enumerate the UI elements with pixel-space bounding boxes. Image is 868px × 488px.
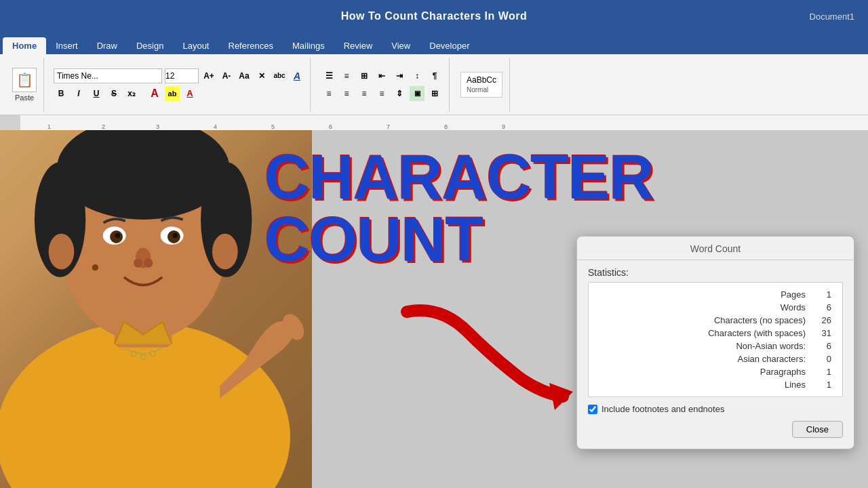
subscript-button[interactable]: x₂ [124,86,139,101]
paste-icon: 📋 [12,68,37,92]
dialog-title: Word Count [577,237,854,260]
svg-point-13 [173,233,178,239]
paste-button[interactable]: 📋 Paste [12,68,37,102]
numbering-button[interactable]: ≡ [339,68,354,83]
decrease-indent-button[interactable]: ⇤ [374,68,389,83]
ruler-mark-8: 8 [444,123,448,130]
red-arrow [387,291,590,427]
svg-point-12 [115,233,121,239]
italic-button[interactable]: I [71,86,86,101]
svg-point-19 [131,351,136,357]
stat-pages: Pages 1 [599,288,831,301]
paste-section: 📋 Paste [5,58,44,112]
ruler-mark-9: 9 [502,123,505,130]
svg-point-15 [134,259,142,268]
stat-chars-with-spaces: Characters (with spaces) 31 [599,327,831,340]
ruler-mark-5: 5 [271,123,275,130]
stat-words: Words 6 [599,301,831,314]
svg-point-20 [140,354,146,360]
align-left-button[interactable]: ≡ [321,86,336,101]
window-title: How To Count Characters In Word [341,10,527,22]
alignment-section: ☰ ≡ ⊞ ⇤ ⇥ ↕ ¶ ≡ ≡ ≡ ≡ ⇕ ▣ ⊞ [315,58,450,112]
svg-point-6 [49,234,75,270]
ruler-left-indent [0,115,20,130]
multilevel-list-button[interactable]: ⊞ [357,68,372,83]
strikethrough-button[interactable]: S [106,86,121,101]
borders-button[interactable]: ⊞ [427,86,442,101]
styles-section: AaBbCcNormal [454,58,510,112]
stats-box: Pages 1 Words 6 Characters (no spaces) 2… [588,282,843,397]
ruler: 1 2 3 4 5 6 7 8 9 [0,115,868,130]
close-row: Close [577,417,854,438]
increase-indent-button[interactable]: ⇥ [392,68,407,83]
tab-home[interactable]: Home [3,37,46,54]
bold-button[interactable]: B [54,86,68,101]
tab-draw[interactable]: Draw [87,37,127,54]
document-label: Document1 [810,12,854,22]
footnotes-checkbox[interactable] [588,405,597,414]
align-right-button[interactable]: ≡ [357,86,372,101]
change-case-button[interactable]: Aa [237,68,252,83]
bullets-button[interactable]: ☰ [321,68,336,83]
tab-references[interactable]: References [219,37,283,54]
svg-point-7 [212,234,238,270]
align-center-button[interactable]: ≡ [339,86,354,101]
footnotes-checkbox-row: Include footnotes and endnotes [577,397,854,417]
word-count-dialog: Word Count Statistics: Pages 1 Words 6 C… [576,236,854,449]
ruler-scale: 1 2 3 4 5 6 7 8 9 [20,115,868,130]
font-name-input[interactable] [54,68,162,83]
footnotes-label: Include footnotes and endnotes [601,404,724,414]
stat-non-asian-words: Non-Asian words: 6 [599,340,831,352]
sort-button[interactable]: ↕ [410,68,425,83]
stat-asian-chars: Asian characters: 0 [599,352,831,365]
ruler-mark-4: 4 [214,123,217,130]
ruler-mark-7: 7 [387,123,390,130]
tab-mailings[interactable]: Mailings [283,37,334,54]
stat-paragraphs: Paragraphs 1 [599,365,831,378]
ruler-mark-3: 3 [156,123,159,130]
svg-point-17 [92,264,98,270]
bold-style-button[interactable]: A [290,68,304,83]
font-color-button[interactable]: A [147,86,162,101]
abc-button[interactable]: abc [272,68,287,83]
tab-developer[interactable]: Developer [420,37,479,54]
title-bar: How To Count Characters In Word Document… [0,0,868,33]
ribbon-tabs: Home Insert Draw Design Layout Reference… [0,33,868,54]
underline-button[interactable]: U [89,86,104,101]
increase-font-button[interactable]: A+ [201,68,216,83]
ruler-mark-6: 6 [329,123,332,130]
svg-point-21 [151,351,156,357]
close-button[interactable]: Close [792,421,843,438]
title-line1: CHARACTER [264,146,654,208]
statistics-label: Statistics: [577,260,854,282]
ribbon-toolbar: 📋 Paste A+ A- Aa ✕ abc A B I U S x₂ A ab… [0,54,868,115]
tab-layout[interactable]: Layout [173,37,218,54]
ruler-mark-2: 2 [102,123,105,130]
tab-view[interactable]: View [382,37,420,54]
stat-chars-no-spaces: Characters (no spaces) 26 [599,314,831,327]
tab-insert[interactable]: Insert [46,37,87,54]
tab-design[interactable]: Design [127,37,173,54]
justify-button[interactable]: ≡ [374,86,389,101]
svg-marker-22 [549,383,573,410]
text-color-button[interactable]: A [182,86,197,101]
font-size-input[interactable] [165,68,199,83]
style-label: Normal [467,86,488,94]
highlight-button[interactable]: ab [165,86,180,101]
svg-point-16 [144,259,153,268]
tab-review[interactable]: Review [334,37,382,54]
style-normal[interactable]: AaBbCcNormal [460,72,502,98]
show-marks-button[interactable]: ¶ [427,68,442,83]
shading-button[interactable]: ▣ [410,86,425,101]
decrease-font-button[interactable]: A- [219,68,234,83]
line-spacing-button[interactable]: ⇕ [392,86,407,101]
font-section: A+ A- Aa ✕ abc A B I U S x₂ A ab A [48,58,311,112]
stat-lines: Lines 1 [599,378,831,391]
clear-format-button[interactable]: ✕ [254,68,269,83]
ruler-mark-1: 1 [47,123,51,130]
